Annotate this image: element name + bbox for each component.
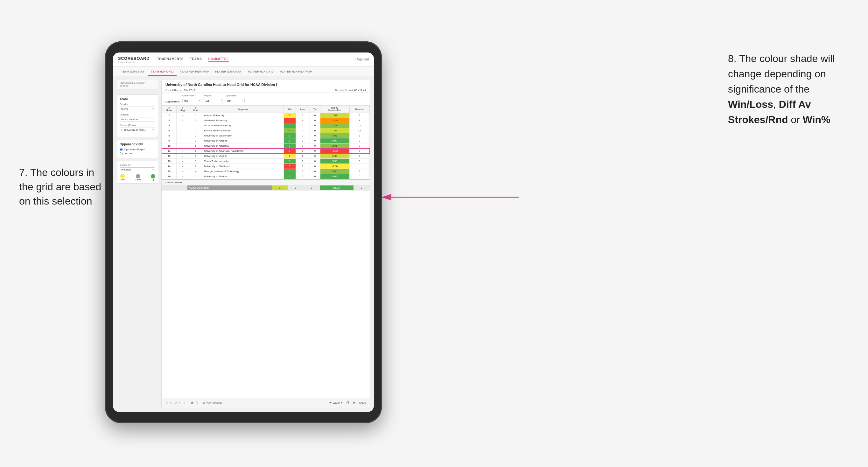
last-updated-box: Last Updated: 27/03/2024 16:55:38 — [117, 80, 158, 89]
cell-loss: 2 — [296, 128, 310, 133]
annotation-left-text: The colours in the grid are based on thi… — [19, 167, 101, 207]
logo-area: SCOREBOARD Powered by clippd — [118, 55, 150, 63]
legend-level-label: Level — [135, 179, 141, 181]
nav-teams[interactable]: TEAMS — [190, 57, 202, 62]
ood-tie: 0 — [304, 185, 319, 191]
opponent-filter: Opponent (All) — [225, 94, 245, 103]
grid-area: University of North Carolina Head-to-Hea… — [161, 80, 370, 408]
colour-by-select-wrapper: Win/loss — [120, 167, 155, 172]
colour-legend: Down Level Up — [120, 174, 155, 181]
cell-win: 5 — [283, 169, 296, 174]
cell-tie: 0 — [310, 144, 320, 149]
share-icon[interactable]: ⇄ — [353, 402, 355, 404]
clock-icon[interactable]: ⏱ — [195, 401, 198, 405]
share-button[interactable]: Share — [359, 402, 366, 404]
conference-filter: Conference (All) — [182, 94, 202, 103]
cell-opponent: Florida State University — [203, 128, 283, 133]
cell-win: 0 — [283, 149, 296, 154]
legend-up-label: Up — [151, 179, 155, 181]
table-row: 13 - 1 Texas Tech University 3 0 0 5.56 … — [162, 159, 370, 164]
ood-rounds: 3 — [354, 185, 370, 191]
redo-icon[interactable]: ↪ — [170, 401, 173, 405]
cell-rounds: 9 — [349, 159, 369, 164]
legend-down-label: Down — [120, 179, 125, 181]
cell-win: 3 — [283, 174, 296, 179]
comment-icon[interactable]: 💬 — [346, 402, 349, 404]
table-row: 4 - 1 Arizona State University 5 1 0 2.2… — [162, 123, 370, 128]
gender-select[interactable]: Men's — [120, 106, 155, 111]
conference-select[interactable]: (All) — [182, 99, 202, 103]
legend-down: Down — [120, 174, 125, 181]
refresh-icon[interactable]: ⤾ — [174, 401, 177, 405]
cell-rounds: 9 — [349, 169, 369, 174]
main-nav: TOURNAMENTS TEAMS COMMITTEE — [157, 57, 348, 62]
cell-reg: - — [177, 138, 189, 144]
minus-icon[interactable]: − — [187, 401, 189, 405]
annotation-right: 8. The colour shade will change dependin… — [728, 51, 849, 127]
cell-conf: 7 — [189, 174, 203, 179]
opponent-select[interactable]: (All) — [225, 99, 245, 103]
cell-rank: 11 — [162, 149, 177, 154]
cell-opponent: Arizona State University — [203, 123, 283, 128]
cell-loss: 1 — [296, 174, 310, 179]
subnav-team-h2h-heatmap[interactable]: TEAM H2H HEATMAP — [177, 68, 212, 76]
grid-filters: Opponents: Conference (All) Region — [162, 93, 370, 105]
conference-select-wrapper: (All) — [182, 97, 202, 103]
subnav-team-h2h-grid[interactable]: TEAM H2H GRID — [148, 68, 177, 76]
region-select[interactable]: (All) — [204, 99, 223, 103]
undo-icon[interactable]: ↩ — [165, 401, 168, 405]
ood-rank — [162, 185, 172, 191]
cell-tie: 0 — [310, 154, 320, 159]
colour-by-select[interactable]: Win/loss — [120, 167, 155, 172]
cell-diff: 9.00 — [320, 138, 349, 144]
nav-committee[interactable]: COMMITTEE — [209, 57, 229, 62]
region-select-wrapper: (All) — [204, 97, 223, 103]
cell-win: 5 — [283, 123, 296, 128]
ood-reg — [172, 185, 180, 191]
view-icon: 🖥 — [203, 402, 205, 404]
school-select[interactable]: 1. University of Nort... — [120, 128, 155, 132]
cell-diff: 6.62 — [320, 174, 349, 179]
col-conf: #Conf — [189, 105, 203, 113]
sign-out-link[interactable]: | Sign out — [355, 58, 369, 61]
out-of-division-row: NCAA Division II 1 0 0 26.00 3 — [162, 185, 370, 191]
cell-diff: 5.56 — [320, 159, 349, 164]
subnav-player-h2h-grid[interactable]: PLAYER H2H GRID — [245, 68, 277, 76]
subnav-player-h2h-heatmap[interactable]: PLAYER H2H HEATMAP — [277, 68, 315, 76]
cell-loss: 1 — [296, 113, 310, 118]
sub-nav: TEAM SUMMARY TEAM H2H GRID TEAM H2H HEAT… — [113, 66, 374, 76]
cell-rank: 3 — [162, 118, 177, 123]
cell-win: 3 — [283, 144, 296, 149]
annotation-right-number: 8. — [728, 53, 737, 64]
watch-button[interactable]: 👁 Watch ▾ — [329, 402, 342, 404]
subnav-team-summary[interactable]: TEAM SUMMARY — [118, 68, 148, 76]
cell-reg: - — [177, 128, 189, 133]
division-select[interactable]: NCAA Division I — [120, 117, 155, 122]
cell-reg: - — [177, 169, 189, 174]
opponent-filter-label: Opponent — [225, 94, 245, 97]
cell-opponent: Texas Tech University — [203, 159, 283, 164]
cell-rank: 4 — [162, 123, 177, 128]
subnav-player-summary[interactable]: PLAYER SUMMARY — [212, 68, 245, 76]
cell-loss: 1 — [296, 123, 310, 128]
annotation-bold3: Win% — [803, 114, 831, 125]
table-row: 9 - 1 University of Arizona 1 0 0 9.00 2 — [162, 138, 370, 144]
add-icon[interactable]: + — [183, 401, 185, 405]
cell-conf: 1 — [189, 113, 203, 118]
cell-rank: 15 — [162, 169, 177, 174]
view-label: View: Original — [206, 402, 222, 404]
cell-win: 2 — [283, 113, 296, 118]
radio-top100[interactable]: Top 100 — [120, 152, 155, 155]
nav-tournaments[interactable]: TOURNAMENTS — [157, 57, 184, 62]
cell-rank: 16 — [162, 174, 177, 179]
cell-reg: - — [177, 149, 189, 154]
grid-icon[interactable]: ⊡ — [179, 401, 181, 405]
settings-icon[interactable]: ✱ — [191, 401, 193, 405]
view-original[interactable]: 🖥 View: Original — [203, 402, 222, 404]
radio-opponents-played[interactable]: Opponents Played — [120, 148, 155, 151]
gender-label: Gender — [120, 103, 155, 105]
cell-loss: 1 — [296, 164, 310, 169]
annotation-left-number: 7. — [19, 167, 28, 178]
cell-opponent: Vanderbilt University — [203, 118, 283, 123]
ood-loss: 0 — [288, 185, 304, 191]
